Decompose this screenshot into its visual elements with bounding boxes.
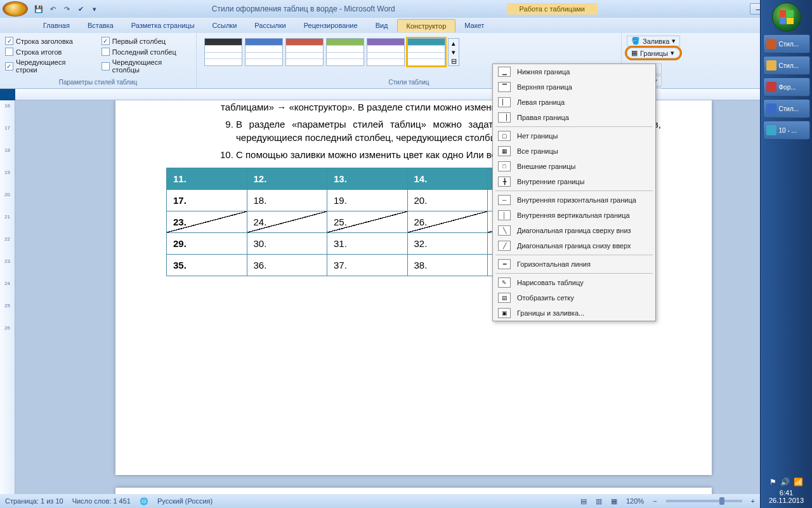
taskbar-item-1[interactable]: Стил... [763,34,810,53]
spellcheck-icon[interactable]: ✔ [75,3,86,15]
tab-home[interactable]: Главная [34,19,79,32]
language-icon: 🌐 [140,497,148,505]
tab-pagelayout[interactable]: Разметка страницы [122,19,204,32]
ribbon-tabs: Главная Вставка Разметка страницы Ссылки… [0,18,812,33]
menu-bottom-border[interactable]: ▁Нижняя граница [493,64,655,79]
gallery-down-icon: ▾ [449,48,459,57]
menu-no-border[interactable]: ▢Нет границы [493,128,655,144]
qat-more-icon[interactable]: ▾ [89,3,100,15]
page-container: таблицами» → «конструктор». В разделе ст… [15,100,812,498]
quick-access-toolbar: 💾 ↶ ↷ ✔ ▾ [33,3,100,15]
zoom-slider[interactable] [666,500,742,502]
checkbox-total-row[interactable]: Строка итогов [5,48,89,56]
ribbon: ✓Строка заголовка Строка итогов ✓Чередую… [0,33,812,89]
borders-menu: ▁Нижняя граница ▔Верхняя граница ▏Левая … [492,64,656,321]
window-title: Стили оформления таблиц в ворде - Micros… [100,4,507,13]
view-web-icon[interactable]: ▦ [611,497,617,505]
gallery-scroll[interactable]: ▴▾⊟ [448,38,459,66]
style-thumb-1[interactable] [204,38,242,66]
shading-dropdown[interactable]: 🪣Заливка▾ [627,36,680,46]
taskbar-item-5[interactable]: 10 - ... [763,121,810,140]
menu-inside-borders[interactable]: ╋Внутренние границы [493,174,655,189]
view-reading-icon[interactable]: ▥ [596,497,602,505]
checkbox-last-column[interactable]: Последний столбец [102,48,191,56]
tray-flag-icon[interactable]: ⚑ [769,478,776,486]
office-button[interactable] [3,1,28,17]
menu-top-border[interactable]: ▔Верхняя граница [493,79,655,95]
tray-volume-icon[interactable]: 🔊 [780,478,790,486]
status-page[interactable]: Страница: 1 из 10 [5,497,63,505]
gallery-expand-icon: ⊟ [449,57,459,65]
menu-all-borders[interactable]: ▦Все границы [493,144,655,159]
checkbox-banded-rows[interactable]: ✓Чередующиеся строки [5,58,89,74]
tray-network-icon[interactable]: 📶 [794,478,803,486]
status-zoom[interactable]: 120% [626,497,644,505]
menu-diagonal-down[interactable]: ╲Диагональная граница сверху вниз [493,223,655,238]
tab-insert[interactable]: Вставка [79,19,122,32]
save-icon[interactable]: 💾 [33,3,44,15]
undo-icon[interactable]: ↶ [47,3,58,15]
borders-icon: ▦ [631,49,638,57]
taskbar-item-2[interactable]: Стил... [763,56,810,75]
taskbar-item-3[interactable]: Фор... [763,77,810,97]
status-words[interactable]: Число слов: 1 451 [72,497,131,505]
style-thumb-3[interactable] [285,38,324,66]
menu-view-gridlines[interactable]: ▤Отобразить сетку [493,290,655,305]
vertical-ruler[interactable]: 1617181920212223242526 [0,100,15,498]
tab-view[interactable]: Вид [367,19,397,32]
style-thumb-4[interactable] [326,38,364,66]
contextual-tab-label: Работа с таблицами [507,3,598,15]
taskbar-item-4[interactable]: Стил... [763,99,810,118]
menu-diagonal-up[interactable]: ╱Диагональная граница снизу вверх [493,238,655,253]
tray-time[interactable]: 6:41 [769,489,804,497]
tab-review[interactable]: Рецензирование [295,19,367,32]
checkbox-header-row[interactable]: ✓Строка заголовка [5,37,89,45]
menu-horizontal-line[interactable]: ━Горизонтальная линия [493,257,655,272]
menu-outside-borders[interactable]: □Внешние границы [493,159,655,174]
zoom-in-icon[interactable]: + [751,497,755,505]
titlebar: 💾 ↶ ↷ ✔ ▾ Стили оформления таблиц в ворд… [0,0,812,18]
style-thumb-6[interactable] [407,38,445,66]
gallery-up-icon: ▴ [449,39,459,48]
statusbar: Страница: 1 из 10 Число слов: 1 451 🌐 Ру… [0,494,760,508]
style-thumb-5[interactable] [367,38,405,66]
menu-inside-horizontal[interactable]: ─Внутренняя горизонтальная граница [493,192,655,208]
status-language[interactable]: Русский (Россия) [157,497,213,505]
group-label-table-style-options: Параметры стилей таблиц [5,77,191,87]
style-thumb-2[interactable] [245,38,283,66]
tab-design[interactable]: Конструктор [397,19,456,32]
document-area: 1617181920212223242526 таблицами» → «кон… [0,100,812,498]
zoom-out-icon[interactable]: − [653,497,657,505]
redo-icon[interactable]: ↷ [61,3,72,15]
menu-draw-table[interactable]: ✎Нарисовать таблицу [493,275,655,290]
borders-dropdown[interactable]: ▦Границы▾ [627,48,680,58]
start-button[interactable] [772,3,801,32]
checkbox-first-column[interactable]: ✓Первый столбец [102,37,191,45]
menu-inside-vertical[interactable]: │Внутренняя вертикальная граница [493,208,655,223]
tray-date[interactable]: 26.11.2013 [769,497,804,504]
view-print-layout-icon[interactable]: ▤ [580,497,587,505]
menu-left-border[interactable]: ▏Левая граница [493,95,655,110]
checkbox-banded-columns[interactable]: Чередующиеся столбцы [102,58,191,74]
windows-taskbar: Стил... Стил... Фор... Стил... 10 - ... … [760,0,812,508]
tab-mailings[interactable]: Рассылки [246,19,294,32]
tab-references[interactable]: Ссылки [204,19,246,32]
tab-layout[interactable]: Макет [455,19,493,32]
system-tray: ⚑ 🔊 📶 6:41 26.11.2013 [769,474,804,508]
menu-right-border[interactable]: ▕Правая граница [493,110,655,125]
menu-borders-and-shading[interactable]: ▣Границы и заливка... [493,305,655,321]
chevron-down-icon: ▾ [671,49,674,57]
